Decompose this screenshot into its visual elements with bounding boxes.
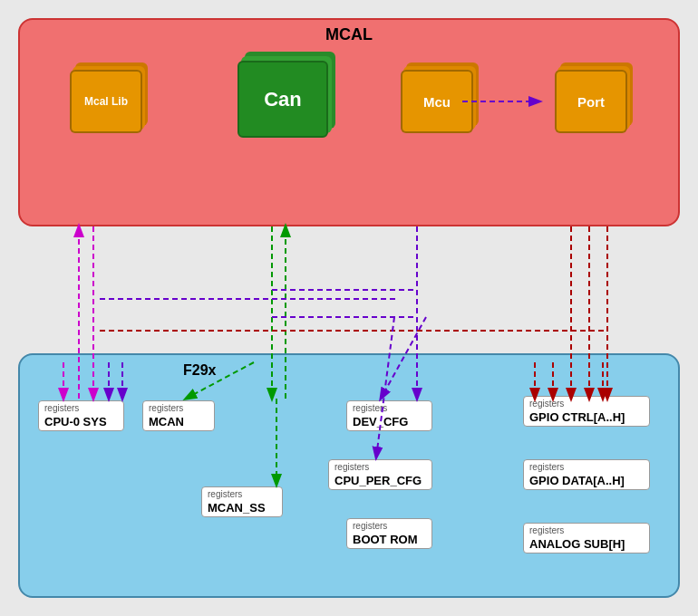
can-label: Can xyxy=(264,88,302,111)
reg-mcanss: registers MCAN_SS xyxy=(201,486,283,517)
reg-mcan: registers MCAN xyxy=(142,400,215,431)
reg-devcfg: registers DEV_CFG xyxy=(346,400,432,431)
mcal-box: MCAL Mcal Lib Can Mcu Port xyxy=(18,18,680,226)
f29x-title: F29x xyxy=(183,362,216,379)
mcal-lib-label: Mcal Lib xyxy=(84,95,128,108)
reg-gpiodata: registers GPIO DATA[A..H] xyxy=(523,459,650,490)
main-container: MCAL Mcal Lib Can Mcu Port F29x xyxy=(9,9,689,607)
f29x-box: F29x registers CPU-0 SYS registers MCAN … xyxy=(18,353,680,598)
port-label: Port xyxy=(577,94,605,110)
reg-analogsub: registers ANALOG SUB[H] xyxy=(523,523,650,553)
mcu-label: Mcu xyxy=(423,94,451,110)
reg-bootrom: registers BOOT ROM xyxy=(346,518,432,549)
reg-cpu0sys: registers CPU-0 SYS xyxy=(38,400,124,431)
mcal-title: MCAL xyxy=(20,20,678,44)
reg-cpupercfg: registers CPU_PER_CFG xyxy=(328,459,432,490)
reg-gpioctrl: registers GPIO CTRL[A..H] xyxy=(523,396,650,427)
